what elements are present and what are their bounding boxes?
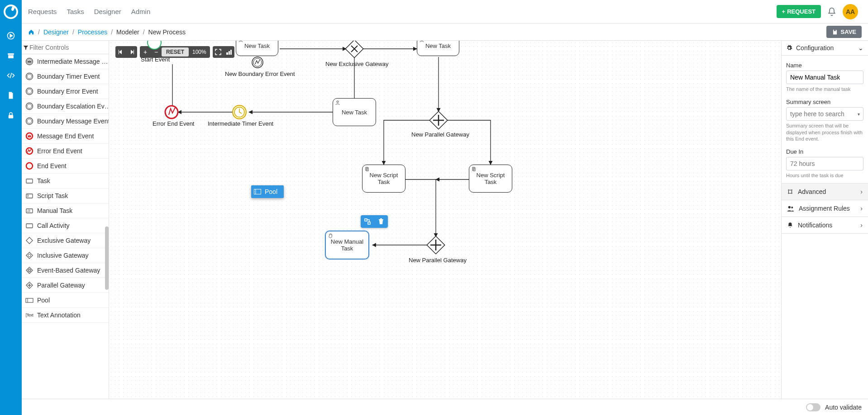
palette-item[interactable]: Error End Event bbox=[22, 144, 109, 159]
save-button[interactable]: SAVE bbox=[826, 26, 862, 38]
timer-event-node[interactable] bbox=[233, 105, 246, 119]
summary-label: Summary screen bbox=[786, 99, 863, 105]
palette-item[interactable]: Message End Event bbox=[22, 129, 109, 144]
rail-archive-icon[interactable] bbox=[6, 51, 16, 61]
palette-item-label: End Event bbox=[37, 162, 67, 170]
request-button[interactable]: + REQUEST bbox=[777, 5, 821, 18]
svg-rect-3 bbox=[9, 115, 14, 118]
script-task-1[interactable]: New Script Task bbox=[362, 165, 405, 193]
script-icon bbox=[365, 167, 370, 172]
task-top-right-label: New Task bbox=[425, 42, 451, 49]
boundary-error-node[interactable] bbox=[252, 57, 263, 68]
left-rail bbox=[0, 24, 22, 415]
svg-rect-48 bbox=[368, 222, 370, 224]
palette-item[interactable]: Parallel Gateway bbox=[22, 278, 109, 293]
palette-item-icon bbox=[25, 251, 33, 259]
plus-icon: + bbox=[782, 8, 786, 15]
task-top-left[interactable]: New Task bbox=[236, 41, 278, 56]
script-task-2[interactable]: New Script Task bbox=[469, 165, 512, 193]
delete-button[interactable] bbox=[374, 215, 388, 228]
script-icon bbox=[472, 167, 477, 172]
selection-toolbar bbox=[361, 215, 388, 228]
palette-item-label: Boundary Timer Event bbox=[37, 73, 100, 80]
avatar[interactable]: AA bbox=[843, 4, 858, 19]
palette-item[interactable]: Intermediate Message … bbox=[22, 54, 109, 69]
dragging-pool[interactable]: Pool bbox=[251, 185, 284, 198]
boundary-error-label: New Boundary Error Event bbox=[225, 71, 295, 77]
name-field[interactable] bbox=[786, 71, 863, 84]
advanced-label: Advanced bbox=[798, 188, 826, 195]
rail-play-icon[interactable] bbox=[6, 31, 16, 41]
svg-rect-24 bbox=[26, 252, 33, 259]
user-icon bbox=[238, 41, 244, 43]
error-end-event-node[interactable] bbox=[165, 106, 178, 118]
palette-item[interactable]: Manual Task bbox=[22, 203, 109, 218]
breadcrumb-processes[interactable]: Processes bbox=[78, 28, 107, 36]
nav-tasks[interactable]: Tasks bbox=[67, 8, 84, 15]
palette-item-label: Intermediate Message … bbox=[37, 58, 108, 65]
palette-item-label: Boundary Message Event bbox=[37, 118, 109, 125]
assignment-accordion[interactable]: Assignment Rules › bbox=[782, 200, 868, 217]
due-field[interactable] bbox=[786, 157, 863, 170]
chevron-right-icon: › bbox=[860, 222, 863, 229]
palette-item-label: Manual Task bbox=[37, 207, 72, 214]
palette-item-label: Script Task bbox=[37, 192, 68, 199]
nav-designer[interactable]: Designer bbox=[94, 8, 121, 15]
rail-code-icon[interactable] bbox=[6, 71, 16, 80]
palette-item[interactable]: [TextText Annotation bbox=[22, 308, 109, 323]
nav-admin[interactable]: Admin bbox=[131, 8, 151, 15]
svg-point-35 bbox=[148, 41, 161, 49]
notifications-accordion[interactable]: Notifications › bbox=[782, 217, 868, 234]
breadcrumb-home-icon[interactable] bbox=[28, 29, 34, 35]
palette-scrollbar[interactable] bbox=[105, 54, 109, 399]
advanced-accordion[interactable]: Advanced › bbox=[782, 184, 868, 200]
canvas[interactable]: + − RESET 100% bbox=[109, 41, 781, 399]
app-logo[interactable] bbox=[0, 0, 22, 24]
palette-item[interactable]: Exclusive Gateway bbox=[22, 233, 109, 248]
palette-item[interactable]: Boundary Error Event bbox=[22, 84, 109, 99]
start-event-node[interactable] bbox=[148, 41, 161, 49]
svg-rect-21 bbox=[26, 209, 33, 213]
parallel-gateway-1-node[interactable] bbox=[429, 111, 448, 129]
svg-point-51 bbox=[788, 190, 789, 191]
breadcrumb-designer[interactable]: Designer bbox=[43, 28, 69, 36]
svg-rect-22 bbox=[26, 224, 33, 228]
parallel-gw2-label: New Parallel Gateway bbox=[409, 257, 467, 264]
exclusive-gateway-node[interactable] bbox=[345, 41, 363, 58]
palette-item[interactable]: Boundary Timer Event bbox=[22, 69, 109, 84]
svg-point-55 bbox=[788, 206, 791, 208]
filter-icon[interactable] bbox=[22, 44, 29, 51]
palette-item[interactable]: Event-Based Gateway bbox=[22, 263, 109, 278]
inspector-header[interactable]: Configuration ⌄ bbox=[782, 41, 868, 56]
rail-file-icon[interactable] bbox=[6, 90, 16, 100]
error-end-label: Error End Event bbox=[153, 120, 195, 127]
auto-validate-toggle[interactable] bbox=[806, 403, 820, 411]
bell-icon bbox=[787, 222, 793, 228]
palette-item[interactable]: Task bbox=[22, 174, 109, 189]
task-mid[interactable]: New Task bbox=[333, 98, 376, 126]
manual-task[interactable]: New Manual Task bbox=[325, 231, 369, 259]
filter-input[interactable] bbox=[29, 42, 109, 53]
parallel-gateway-2-node[interactable] bbox=[427, 236, 445, 254]
palette-item[interactable]: Boundary Message Event bbox=[22, 114, 109, 129]
summary-field[interactable] bbox=[786, 107, 863, 121]
due-label: Due In bbox=[786, 148, 863, 155]
connect-button[interactable] bbox=[361, 215, 374, 228]
palette-item[interactable]: Inclusive Gateway bbox=[22, 248, 109, 263]
task-top-left-label: New Task bbox=[244, 42, 270, 49]
palette-item[interactable]: Call Activity bbox=[22, 218, 109, 233]
rail-lock-icon[interactable] bbox=[6, 110, 16, 120]
auto-validate-label: Auto validate bbox=[825, 404, 862, 411]
palette-item-label: Text Annotation bbox=[37, 311, 81, 319]
palette-item[interactable]: End Event bbox=[22, 159, 109, 174]
palette-item[interactable]: Boundary Escalation Ev… bbox=[22, 99, 109, 114]
nav-requests[interactable]: Requests bbox=[28, 8, 57, 15]
palette-item-label: Message End Event bbox=[37, 132, 94, 140]
footer: Auto validate bbox=[22, 399, 868, 415]
palette-item-icon bbox=[25, 281, 33, 289]
palette-item[interactable]: Pool bbox=[22, 293, 109, 308]
bell-icon[interactable] bbox=[827, 7, 836, 16]
top-nav: Requests Tasks Designer Admin bbox=[22, 8, 777, 15]
task-top-right[interactable]: New Task bbox=[417, 41, 459, 56]
palette-item[interactable]: Script Task bbox=[22, 189, 109, 203]
